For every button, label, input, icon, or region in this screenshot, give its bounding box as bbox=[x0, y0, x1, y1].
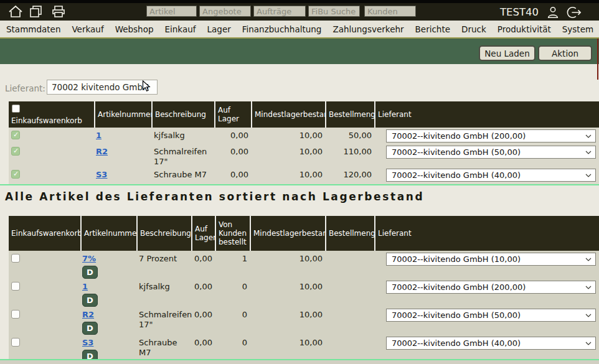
row-checkbox[interactable] bbox=[11, 338, 20, 347]
action-band: Neu Laden Aktion bbox=[0, 39, 599, 64]
cell-lieferant: 70002--kivitendo GmbH (10,00) bbox=[375, 251, 599, 279]
cell-bestellmenge bbox=[326, 279, 375, 307]
lieferant-label: Lieferant: bbox=[5, 83, 45, 93]
artikelnummer-link[interactable]: R2 bbox=[82, 310, 94, 319]
cell-beschreibung: 7 Prozent bbox=[137, 251, 192, 279]
artikelnummer-link[interactable]: 1 bbox=[96, 131, 101, 140]
column-header-bestellmenge: Bestellmenge bbox=[326, 216, 375, 251]
menu-lager[interactable]: Lager bbox=[207, 24, 231, 34]
table-row: ✓ 1 kjfsalkg 0,00 10,00 50,00 70002--kiv… bbox=[9, 128, 599, 144]
cell-mindestlagerbestand: 10,00 bbox=[250, 307, 326, 335]
cell-artikelnummer: 1 bbox=[95, 128, 152, 144]
window-right-edge bbox=[597, 39, 598, 80]
row-checkbox[interactable]: ✓ bbox=[11, 147, 20, 156]
column-header-einkaufswarenkorb: Einkaufswarenkorb bbox=[9, 216, 81, 251]
printer-icon[interactable] bbox=[51, 5, 66, 21]
menu-druck[interactable]: Druck bbox=[461, 24, 486, 34]
select-all-checkbox[interactable] bbox=[12, 105, 20, 113]
cell-von-kunden-bestellt: 0 bbox=[215, 279, 250, 307]
artikelnummer-link[interactable]: S3 bbox=[96, 170, 107, 179]
cell-beschreibung: kjfsalkg bbox=[137, 279, 192, 307]
artikelnummer-link[interactable]: 7% bbox=[82, 254, 96, 263]
menu-berichte[interactable]: Berichte bbox=[415, 24, 450, 34]
row-checkbox[interactable]: ✓ bbox=[11, 170, 20, 179]
chevron-down-icon bbox=[585, 314, 592, 317]
lieferant-select[interactable]: 70002--kivitendo GmbH (200,00) bbox=[386, 281, 596, 294]
cell-checkbox: ✓ bbox=[9, 167, 95, 184]
section-title: Alle Artikel des Lieferanten sortiert na… bbox=[5, 190, 424, 203]
column-header-lieferant: Lieferant bbox=[375, 216, 599, 251]
home-icon[interactable] bbox=[7, 5, 24, 21]
column-header-einkaufswarenkorb: Einkaufswarenkorb bbox=[9, 101, 95, 128]
lieferant-select[interactable]: 70002--kivitendo GmbH (40,00) bbox=[386, 169, 596, 182]
checkmark-icon: ✓ bbox=[13, 131, 19, 139]
menu-zahlungsverkehr[interactable]: Zahlungsverkehr bbox=[333, 24, 403, 34]
menu-einkauf[interactable]: Einkauf bbox=[165, 24, 196, 34]
cell-von-kunden-bestellt: 0 bbox=[215, 307, 250, 335]
user-icon[interactable] bbox=[546, 6, 560, 21]
cell-beschreibung: Schraube M7 bbox=[152, 167, 215, 184]
lieferant-select[interactable]: 70002--kivitendo GmbH (200,00) bbox=[386, 129, 596, 142]
pages-icon[interactable] bbox=[29, 5, 44, 21]
artikelnummer-link[interactable]: R2 bbox=[96, 147, 108, 156]
cell-checkbox: ✓ bbox=[9, 128, 95, 144]
artikelnummer-link[interactable]: 1 bbox=[82, 282, 88, 291]
cell-lieferant: 70002--kivitendo GmbH (200,00) bbox=[375, 279, 599, 307]
lieferant-select[interactable]: 70002--kivitendo GmbH (50,00) bbox=[386, 309, 596, 322]
details-badge-button[interactable]: D bbox=[82, 294, 98, 307]
kivitendo-app: TEST40 Stammdaten Verkauf Webshop Einkau… bbox=[0, 0, 599, 364]
logout-icon[interactable] bbox=[567, 6, 583, 21]
search-artikel-input[interactable] bbox=[146, 6, 197, 17]
row-checkbox[interactable] bbox=[11, 254, 20, 263]
menu-system[interactable]: System bbox=[562, 24, 593, 34]
details-badge-button[interactable]: D bbox=[82, 322, 98, 335]
cell-lieferant: 70002--kivitendo GmbH (200,00) bbox=[375, 128, 599, 144]
topbar: TEST40 bbox=[0, 3, 599, 21]
cell-artikelnummer: R2 D bbox=[81, 307, 137, 335]
column-header-beschreibung: Beschreibung bbox=[137, 216, 192, 251]
chevron-down-icon bbox=[585, 134, 592, 138]
aktion-button[interactable]: Aktion bbox=[538, 45, 592, 61]
table-row: ✓ R2 Schmalreifen 17" 0,00 10,00 110,00 … bbox=[9, 144, 599, 167]
column-header-auf-lager: Auf Lager bbox=[215, 101, 252, 128]
cell-mindestlagerbestand: 10,00 bbox=[252, 167, 326, 184]
search-auftraege-input[interactable] bbox=[253, 6, 306, 17]
cell-beschreibung: Schmalreifen 17" bbox=[152, 144, 215, 167]
neu-laden-button[interactable]: Neu Laden bbox=[479, 45, 535, 61]
row-checkbox[interactable] bbox=[11, 282, 20, 291]
search-kunden-input[interactable] bbox=[364, 6, 416, 17]
cell-bestellmenge: 110,00 bbox=[326, 144, 375, 167]
cell-checkbox bbox=[9, 251, 81, 279]
lieferant-select[interactable]: 70002--kivitendo GmbH (50,00) bbox=[386, 146, 596, 159]
menu-finanzbuchhaltung[interactable]: Finanzbuchhaltung bbox=[242, 24, 322, 34]
artikelnummer-link[interactable]: S3 bbox=[82, 338, 93, 347]
chevron-down-icon bbox=[585, 286, 592, 289]
row-checkbox[interactable] bbox=[11, 310, 20, 319]
menu-stammdaten[interactable]: Stammdaten bbox=[6, 24, 60, 34]
cell-beschreibung: Schmalreifen 17" bbox=[137, 307, 192, 335]
checkmark-icon: ✓ bbox=[13, 147, 19, 155]
lieferant-input[interactable] bbox=[47, 80, 158, 95]
column-header-mindestlagerbestand: Mindestlagerbestand bbox=[252, 101, 326, 128]
cell-auf-lager: 0,00 bbox=[215, 128, 252, 144]
search-fibu-input[interactable] bbox=[308, 6, 360, 17]
table-header-row: Einkaufswarenkorb Artikelnummer Beschrei… bbox=[9, 101, 599, 128]
details-badge-button[interactable]: D bbox=[82, 266, 98, 279]
row-checkbox[interactable]: ✓ bbox=[11, 131, 20, 139]
column-header-von-kunden-bestellt: Von Kunden bestellt bbox=[215, 216, 250, 251]
column-header-auf-lager: Auf Lager bbox=[192, 216, 215, 251]
supplier-articles-table: Einkaufswarenkorb Artikelnummer Beschrei… bbox=[9, 216, 599, 363]
menu-webshop[interactable]: Webshop bbox=[115, 24, 154, 34]
cell-mindestlagerbestand: 10,00 bbox=[252, 128, 326, 144]
cell-mindestlagerbestand: 10,00 bbox=[252, 144, 326, 167]
menu-verkauf[interactable]: Verkauf bbox=[72, 24, 103, 34]
lieferant-select[interactable]: 70002--kivitendo GmbH (40,00) bbox=[386, 337, 596, 350]
search-angebote-input[interactable] bbox=[199, 6, 251, 17]
cell-artikelnummer: 7% D bbox=[81, 251, 137, 279]
user-login-label: TEST40 bbox=[500, 6, 539, 18]
mouse-cursor bbox=[142, 80, 151, 95]
table-row: R2 D Schmalreifen 17" 0,00 0 10,00 70002… bbox=[9, 307, 599, 335]
menu-produktivitaet[interactable]: Produktivität bbox=[498, 24, 551, 34]
chevron-down-icon bbox=[585, 151, 592, 154]
lieferant-select[interactable]: 70002--kivitendo GmbH (10,00) bbox=[386, 253, 596, 266]
